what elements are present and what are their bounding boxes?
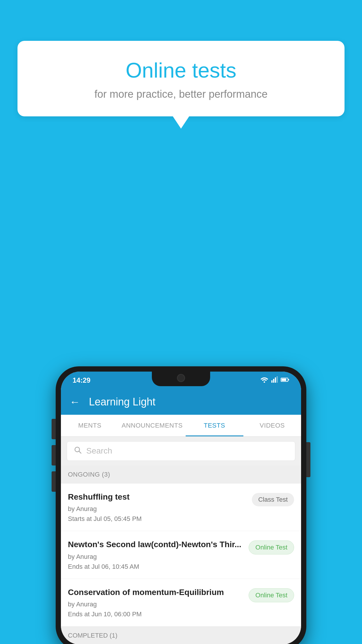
test-item[interactable]: Reshuffling test by Anurag Starts at Jul…: [61, 484, 301, 531]
search-bar[interactable]: Search: [67, 441, 295, 461]
test-title: Conservation of momentum-Equilibrium: [68, 587, 243, 598]
search-container: Search: [61, 437, 301, 466]
tabs-container: MENTS ANNOUNCEMENTS TESTS VIDEOS: [61, 415, 301, 437]
speech-bubble-container: Online tests for more practice, better p…: [17, 41, 345, 116]
tab-ments[interactable]: MENTS: [61, 415, 119, 436]
wifi-icon: [260, 376, 268, 384]
phone-camera: [177, 374, 185, 382]
search-icon: [74, 446, 82, 456]
test-badge-online: Online Test: [249, 540, 294, 554]
volume-up-button[interactable]: [52, 419, 56, 439]
svg-line-8: [79, 451, 81, 453]
completed-section-header: COMPLETED (1): [61, 626, 301, 644]
search-input-placeholder: Search: [86, 446, 112, 456]
svg-rect-1: [271, 380, 273, 383]
test-info: Newton's Second law(contd)-Newton's Thir…: [68, 539, 243, 570]
phone-container: 14:29: [56, 366, 306, 644]
test-time: Ends at Jun 10, 06:00 PM: [68, 610, 243, 618]
test-title: Reshuffling test: [68, 492, 246, 502]
test-badge-online: Online Test: [249, 588, 294, 602]
tab-announcements[interactable]: ANNOUNCEMENTS: [119, 415, 185, 436]
battery-icon: [281, 377, 289, 384]
test-time: Ends at Jul 06, 10:45 AM: [68, 563, 243, 570]
signal-icon: [271, 376, 278, 384]
tab-videos[interactable]: VIDEOS: [243, 415, 301, 436]
test-author: by Anurag: [68, 553, 243, 561]
svg-rect-4: [277, 376, 278, 383]
back-button[interactable]: ←: [70, 396, 80, 408]
status-icons: [260, 376, 289, 384]
test-list: Reshuffling test by Anurag Starts at Jul…: [61, 484, 301, 626]
app-bar: ← Learning Light: [61, 389, 301, 415]
svg-rect-6: [282, 379, 286, 381]
test-info: Reshuffling test by Anurag Starts at Jul…: [68, 492, 246, 523]
phone-screen: 14:29: [61, 372, 301, 644]
phone-frame: 14:29: [56, 366, 306, 644]
volume-down-button[interactable]: [52, 445, 56, 466]
speech-bubble-title: Online tests: [32, 58, 330, 82]
svg-point-0: [264, 381, 265, 383]
test-info: Conservation of momentum-Equilibrium by …: [68, 587, 243, 618]
test-title: Newton's Second law(contd)-Newton's Thir…: [68, 539, 243, 550]
power-button[interactable]: [306, 442, 310, 477]
test-author: by Anurag: [68, 601, 243, 608]
app-bar-title: Learning Light: [89, 396, 155, 408]
test-time: Starts at Jul 05, 05:45 PM: [68, 515, 246, 523]
test-item[interactable]: Conservation of momentum-Equilibrium by …: [61, 579, 301, 626]
test-badge-class: Class Test: [252, 493, 294, 506]
ongoing-section-header: ONGOING (3): [61, 466, 301, 484]
svg-rect-2: [273, 379, 274, 383]
tab-tests[interactable]: TESTS: [186, 415, 243, 436]
silent-button[interactable]: [52, 471, 56, 492]
speech-bubble: Online tests for more practice, better p…: [17, 41, 345, 116]
svg-rect-3: [275, 377, 276, 383]
test-item[interactable]: Newton's Second law(contd)-Newton's Thir…: [61, 531, 301, 579]
speech-bubble-subtitle: for more practice, better performance: [32, 88, 330, 100]
test-author: by Anurag: [68, 505, 246, 513]
status-time: 14:29: [73, 376, 90, 384]
